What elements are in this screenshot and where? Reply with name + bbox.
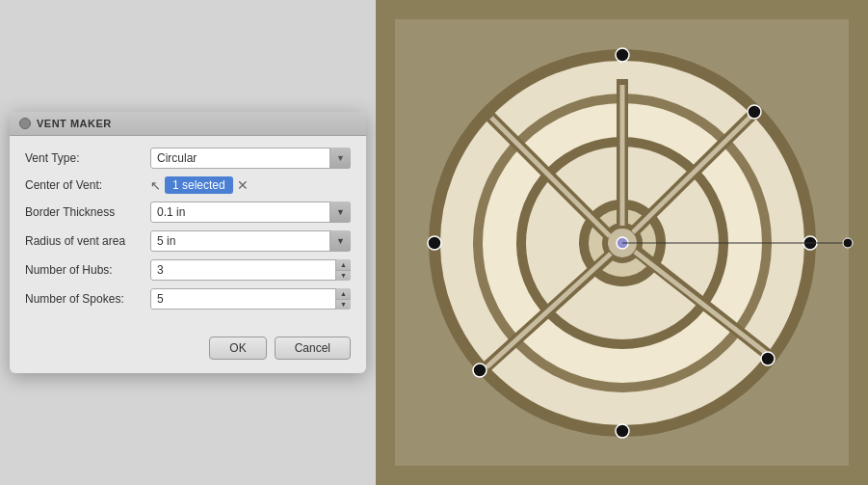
- vent-type-input[interactable]: [150, 148, 351, 169]
- vent-type-select-wrapper[interactable]: ▼: [150, 148, 351, 169]
- hubs-row: Number of Hubs: ▲ ▼: [25, 259, 351, 281]
- hubs-field: ▲ ▼: [150, 259, 351, 281]
- radius-control: ▼: [150, 230, 351, 252]
- vent-type-control: ▼: [150, 148, 351, 169]
- panel: VENT MAKER Vent Type: ▼ Center of Vent:: [0, 0, 376, 485]
- cancel-button[interactable]: Cancel: [275, 337, 351, 360]
- spokes-field: ▲ ▼: [150, 288, 351, 310]
- selected-badge[interactable]: 1 selected: [165, 176, 233, 194]
- svg-point-26: [748, 105, 761, 119]
- hubs-label: Number of Hubs:: [25, 263, 150, 277]
- spokes-label: Number of Spokes:: [25, 292, 150, 306]
- radius-dropdown-icon[interactable]: ▼: [329, 230, 351, 252]
- svg-point-28: [473, 364, 487, 377]
- svg-point-24: [616, 424, 629, 438]
- dialog-titlebar: VENT MAKER: [10, 112, 366, 136]
- hubs-control: ▲ ▼: [150, 259, 351, 281]
- border-thickness-dropdown-icon[interactable]: ▼: [329, 202, 351, 223]
- canvas-area[interactable]: [376, 0, 868, 485]
- radius-label: Radius of vent area: [25, 234, 150, 248]
- selection-badge: ↖ 1 selected ✕: [150, 176, 351, 194]
- title-dot: [19, 118, 31, 129]
- border-thickness-control: ▼: [150, 202, 351, 223]
- hubs-spinner: ▲ ▼: [335, 259, 351, 281]
- dialog: VENT MAKER Vent Type: ▼ Center of Vent:: [10, 112, 366, 373]
- vent-preview-svg: [376, 0, 868, 485]
- spokes-input[interactable]: [150, 288, 351, 310]
- svg-point-22: [616, 48, 629, 62]
- radius-input[interactable]: [150, 230, 351, 252]
- clear-selection-button[interactable]: ✕: [237, 178, 249, 192]
- hubs-increment-button[interactable]: ▲: [336, 259, 351, 271]
- center-of-vent-control: ↖ 1 selected ✕: [150, 176, 351, 194]
- spokes-decrement-button[interactable]: ▼: [336, 300, 351, 310]
- dialog-footer: OK Cancel: [10, 333, 366, 373]
- center-of-vent-row: Center of Vent: ↖ 1 selected ✕: [25, 176, 351, 194]
- radius-row: Radius of vent area ▼: [25, 230, 351, 252]
- spokes-spinner: ▲ ▼: [335, 288, 351, 310]
- vent-type-label: Vent Type:: [25, 151, 150, 165]
- spokes-control: ▲ ▼: [150, 288, 351, 310]
- ok-button[interactable]: OK: [209, 337, 266, 360]
- border-thickness-input[interactable]: [150, 202, 351, 223]
- spokes-row: Number of Spokes: ▲ ▼: [25, 288, 351, 310]
- dialog-body: Vent Type: ▼ Center of Vent: ↖ 1 selecte…: [10, 136, 366, 333]
- cursor-icon: ↖: [150, 178, 161, 193]
- vent-type-row: Vent Type: ▼: [25, 148, 351, 169]
- center-of-vent-label: Center of Vent:: [25, 178, 150, 192]
- svg-point-25: [428, 236, 441, 250]
- radius-field: ▼: [150, 230, 351, 252]
- border-thickness-label: Border Thickness: [25, 205, 150, 219]
- hubs-input[interactable]: [150, 259, 351, 281]
- svg-point-27: [761, 352, 775, 365]
- spokes-increment-button[interactable]: ▲: [336, 288, 351, 300]
- svg-point-31: [843, 238, 853, 248]
- dialog-title: VENT MAKER: [37, 118, 112, 129]
- border-thickness-field: ▼: [150, 202, 351, 223]
- hubs-decrement-button[interactable]: ▼: [336, 271, 351, 282]
- border-thickness-row: Border Thickness ▼: [25, 202, 351, 223]
